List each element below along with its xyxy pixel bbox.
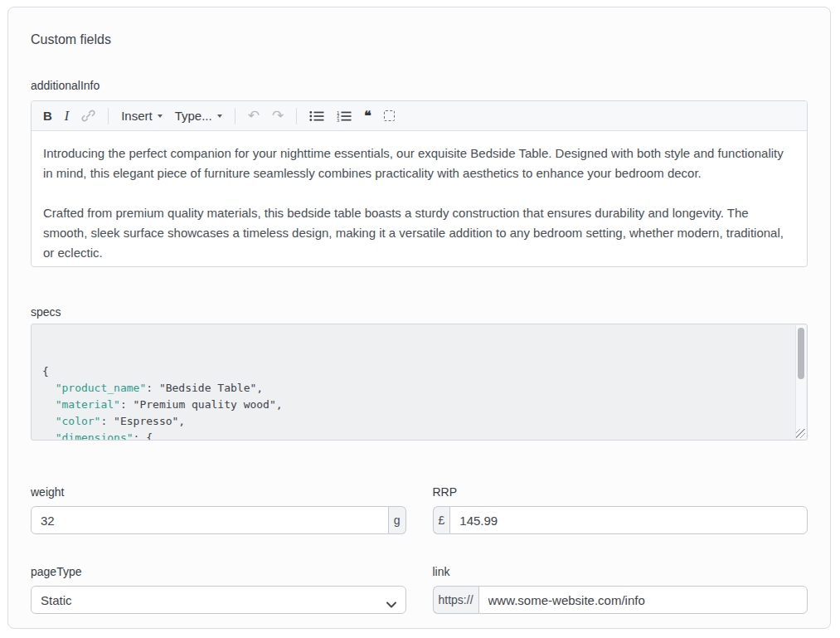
ordered-list-icon: 1 2 3 [337, 110, 352, 122]
code-line: "material": "Premium quality wood", [42, 397, 787, 413]
pagetype-select[interactable]: Static [31, 586, 406, 614]
redo-button[interactable]: ↷ [272, 109, 284, 123]
redo-icon: ↷ [272, 109, 284, 123]
scrollbar-track[interactable] [795, 325, 806, 439]
protocol-prefix: https:// [433, 586, 478, 614]
rrp-input-group: £ [433, 506, 808, 534]
code-line: "product_name": "Bedside Table", [42, 380, 787, 397]
blockquote-button[interactable]: ❝ [364, 108, 371, 124]
type-dropdown-label: Type... [175, 109, 212, 123]
scrollbar-thumb[interactable] [798, 328, 804, 379]
insert-dropdown[interactable]: Insert [121, 109, 163, 123]
link-button[interactable] [81, 109, 95, 123]
rich-text-editor: B I Insert Type... [31, 100, 808, 267]
card-title: Custom fields [31, 32, 808, 48]
specs-code-editor[interactable]: { "product_name": "Bedside Table", "mate… [31, 324, 808, 441]
embed-block-icon [384, 110, 395, 121]
weight-unit-suffix: g [389, 506, 406, 534]
custom-fields-card: Custom fields additionalInfo B I Insert [7, 7, 831, 629]
chevron-down-icon [217, 114, 222, 118]
weight-input[interactable] [31, 506, 389, 534]
toolbar-divider [108, 108, 109, 124]
svg-text:3: 3 [337, 118, 339, 122]
specs-code: { "product_name": "Bedside Table", "mate… [42, 363, 787, 441]
editor-toolbar: B I Insert Type... [32, 101, 807, 131]
link-label: link [433, 565, 808, 579]
pagetype-label: pageType [31, 565, 406, 579]
italic-button[interactable]: I [65, 109, 69, 124]
bold-button[interactable]: B [43, 109, 52, 123]
embed-block-button[interactable] [384, 110, 395, 121]
insert-dropdown-label: Insert [121, 109, 153, 123]
editor-content[interactable]: Introducing the perfect companion for yo… [32, 131, 807, 267]
blockquote-icon: ❝ [364, 108, 371, 124]
weight-input-group: g [31, 506, 406, 534]
link-icon [81, 109, 95, 123]
undo-icon: ↶ [248, 109, 260, 123]
link-input-group: https:// [433, 586, 808, 614]
bullet-list-button[interactable] [309, 110, 324, 122]
specs-label: specs [31, 305, 808, 319]
link-input[interactable] [478, 586, 808, 614]
additionalinfo-label: additionalInfo [31, 79, 808, 93]
code-line: "dimensions": { [42, 430, 787, 441]
weight-label: weight [31, 485, 406, 499]
chevron-down-icon [158, 114, 163, 118]
undo-button[interactable]: ↶ [248, 109, 260, 123]
ordered-list-button[interactable]: 1 2 3 [337, 110, 352, 122]
editor-paragraph: Introducing the perfect companion for yo… [43, 144, 795, 183]
pagetype-select-wrap: Static [31, 586, 406, 614]
rrp-label: RRP [433, 485, 808, 499]
toolbar-divider [235, 108, 235, 124]
resize-handle-icon[interactable] [796, 429, 805, 438]
type-dropdown[interactable]: Type... [175, 109, 222, 123]
bullet-list-icon [309, 110, 324, 122]
currency-prefix: £ [433, 506, 450, 534]
editor-paragraph: Crafted from premium quality materials, … [43, 203, 795, 263]
code-line: "color": "Espresso", [42, 413, 787, 430]
rrp-input[interactable] [449, 506, 808, 534]
code-line: { [42, 363, 787, 380]
toolbar-divider [296, 108, 297, 124]
